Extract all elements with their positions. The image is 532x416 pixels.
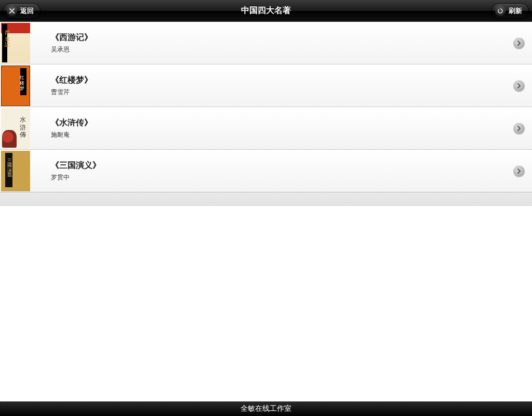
book-author: 曹雪芹 <box>51 88 513 97</box>
footer-bar: 全敏在线工作室 <box>0 401 532 416</box>
refresh-icon <box>495 6 506 16</box>
book-cover-icon <box>1 66 30 106</box>
content-area: 《西游记》 吴承恩 《红楼梦》 曹雪芹 《水浒传》 施耐庵 <box>0 22 532 206</box>
list-footer-gap <box>0 192 532 206</box>
book-title: 《西游记》 <box>51 32 513 43</box>
chevron-right-icon <box>513 123 525 134</box>
book-info: 《红楼梦》 曹雪芹 <box>31 75 513 97</box>
close-icon <box>7 6 17 16</box>
book-cover-icon <box>1 108 30 149</box>
page-title: 中国四大名著 <box>241 5 291 16</box>
book-list: 《西游记》 吴承恩 《红楼梦》 曹雪芹 《水浒传》 施耐庵 <box>0 22 532 192</box>
header-bar: 返回 中国四大名著 刷新 <box>0 0 532 22</box>
list-item[interactable]: 《红楼梦》 曹雪芹 <box>0 64 532 107</box>
back-button[interactable]: 返回 <box>3 3 41 19</box>
refresh-button-label: 刷新 <box>509 6 522 16</box>
book-title: 《红楼梦》 <box>51 75 513 86</box>
back-button-label: 返回 <box>20 6 34 16</box>
book-author: 施耐庵 <box>51 131 513 139</box>
book-author: 吴承恩 <box>51 45 513 54</box>
book-title: 《三国演义》 <box>51 160 513 171</box>
chevron-right-icon <box>513 37 525 49</box>
footer-text: 全敏在线工作室 <box>241 404 291 413</box>
list-item[interactable]: 《三国演义》 罗贯中 <box>0 150 532 192</box>
book-cover-icon <box>1 151 30 191</box>
chevron-right-icon <box>513 80 525 92</box>
book-title: 《水浒传》 <box>51 118 513 128</box>
list-item[interactable]: 《水浒传》 施耐庵 <box>0 107 532 150</box>
book-info: 《三国演义》 罗贯中 <box>31 160 513 182</box>
book-info: 《西游记》 吴承恩 <box>31 32 513 54</box>
book-author: 罗贯中 <box>51 173 513 182</box>
refresh-button[interactable]: 刷新 <box>491 3 529 19</box>
list-item[interactable]: 《西游记》 吴承恩 <box>0 22 532 64</box>
book-cover-icon <box>1 23 30 63</box>
chevron-right-icon <box>513 165 525 177</box>
book-info: 《水浒传》 施耐庵 <box>31 118 513 139</box>
